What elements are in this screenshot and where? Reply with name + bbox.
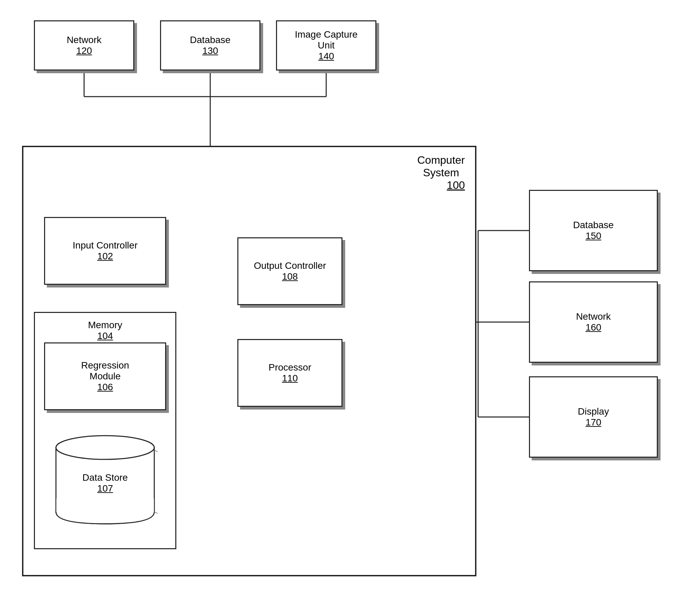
output-controller-number: 108 [282, 271, 298, 282]
processor-number: 110 [282, 373, 298, 384]
diagram: Network 120 Database 130 Image Capture U… [0, 0, 688, 616]
input-controller-102-box: Input Controller 102 [44, 217, 166, 285]
svg-point-16 [56, 436, 154, 459]
database-150-box: Database 150 [529, 190, 658, 271]
input-controller-label: Input Controller [73, 240, 137, 251]
imagecapture-140-box: Image Capture Unit 140 [276, 20, 376, 71]
display-170-box: Display 170 [529, 376, 658, 458]
input-controller-number: 102 [97, 251, 113, 262]
computer-system-label: Computer System [417, 154, 465, 179]
network-120-label: Network [67, 35, 102, 45]
processor-110-box: Processor 110 [237, 339, 342, 407]
network-160-number: 160 [586, 322, 602, 333]
data-store-number: 107 [82, 483, 128, 494]
data-store-label: Data Store [82, 472, 128, 483]
memory-number: 104 [97, 331, 113, 341]
database-150-label: Database [573, 220, 614, 231]
output-controller-label: Output Controller [254, 260, 326, 271]
computer-system-number: 100 [447, 179, 465, 192]
memory-label: Memory [88, 320, 122, 331]
regression-module-label: Regression Module [81, 360, 129, 382]
database-150-number: 150 [586, 231, 602, 241]
output-controller-108-box: Output Controller 108 [237, 237, 342, 305]
processor-label: Processor [269, 362, 311, 373]
database-130-label: Database [190, 35, 231, 45]
data-store-107-box: Data Store 107 [53, 431, 158, 525]
regression-module-number: 106 [97, 382, 113, 393]
display-170-number: 170 [586, 417, 602, 428]
network-160-box: Network 160 [529, 281, 658, 363]
imagecapture-140-label: Image Capture Unit [295, 29, 357, 51]
database-130-box: Database 130 [160, 20, 260, 71]
network-160-label: Network [576, 311, 611, 322]
network-120-number: 120 [76, 45, 92, 56]
svg-rect-18 [56, 498, 154, 512]
imagecapture-140-number: 140 [318, 51, 334, 62]
database-130-number: 130 [202, 45, 218, 56]
display-170-label: Display [578, 406, 609, 417]
regression-module-106-box: Regression Module 106 [44, 342, 166, 410]
network-120-box: Network 120 [34, 20, 134, 71]
